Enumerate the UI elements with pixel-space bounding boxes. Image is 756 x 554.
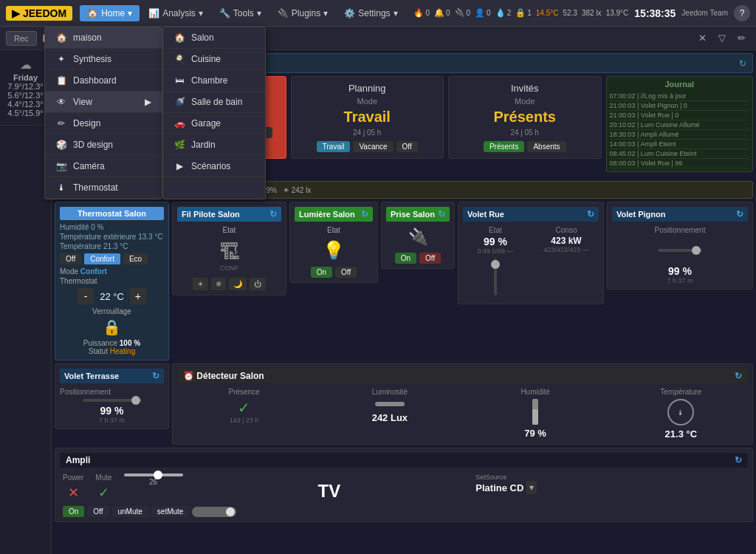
dropdown-3d[interactable]: 🎲 3D design	[45, 134, 162, 156]
prise-icon: 🔌	[386, 228, 450, 247]
volet-rue-header: Volet Rue ↻	[463, 207, 599, 222]
presence-check-icon: ✓	[177, 399, 311, 417]
submenu-salon[interactable]: 🏠 Salon	[163, 27, 265, 49]
prise-off-btn[interactable]: Off	[419, 253, 441, 264]
thermostat-mode-display: Mode Confort	[60, 267, 164, 276]
volet-rue-state-col: Etat 99 % 0:49.5/99 —	[463, 226, 528, 299]
planning-vacance-btn[interactable]: Vacance	[353, 141, 393, 152]
ampli-slider-col: 26	[124, 473, 183, 486]
design-icon: ✏	[55, 118, 67, 129]
lumiere-refresh[interactable]: ↻	[361, 209, 368, 219]
ampli-refresh[interactable]: ↻	[735, 455, 742, 465]
luminosite-bar	[375, 402, 405, 406]
journal-entry-3: 20:10:02 | Lum Cuisine Allumé	[610, 120, 750, 130]
dropdown-synthesis[interactable]: ✦ Synthesis	[45, 49, 162, 70]
therm-off-btn[interactable]: Off	[60, 253, 81, 264]
ampli-toggle-slider[interactable]	[192, 507, 236, 517]
source-dropdown-btn[interactable]: ▾	[526, 481, 537, 494]
volet-pignon-refresh[interactable]: ↻	[736, 209, 743, 219]
garage-sub-icon: 🚗	[173, 118, 185, 129]
journal-entry-5: 14:00:03 | Ampli Eteint	[610, 140, 750, 149]
nav-home[interactable]: 🏠 Home ▾	[80, 5, 140, 21]
lumiere-off-btn[interactable]: Off	[335, 267, 357, 278]
temp-gauge-icon: 🌡	[667, 399, 694, 425]
volet-pignon-card: Volet Pignon ↻ Positionnement 99 % 7 h 3…	[607, 202, 753, 290]
ampli-unmute-btn[interactable]: unMute	[112, 506, 148, 517]
humidity-gauge	[532, 399, 538, 425]
sdb-sub-icon: 🚿	[173, 97, 185, 107]
main-dropdown: 🏠 maison ✦ Synthesis 📋 Dashboard 👁 View …	[44, 27, 162, 199]
fil-btn4[interactable]: ⏻	[250, 278, 266, 290]
app-logo: ▶ JEEDOM	[6, 6, 72, 21]
nav-plugins[interactable]: 🔌 Plugins ▾	[270, 5, 335, 21]
toolbar-right: ✕ ▽ ✏	[694, 30, 750, 46]
fil-btn1[interactable]: ☀	[193, 278, 208, 290]
lumiere-on-btn[interactable]: On	[311, 267, 332, 278]
rec-button[interactable]: Rec	[6, 31, 37, 46]
volet-terrasse-refresh[interactable]: ↻	[152, 371, 159, 381]
fil-btn3[interactable]: 🌙	[229, 278, 247, 290]
journal-entry-0: 07:00:02 | //Log mis à jour	[610, 92, 750, 101]
help-button[interactable]: ?	[734, 5, 750, 21]
volet-terrasse-header: Volet Terrasse ↻	[60, 369, 164, 383]
edit-button[interactable]: ✏	[733, 30, 750, 46]
fil-refresh-icon[interactable]: ↻	[269, 209, 277, 219]
volet-rue-card: Volet Rue ↻ Etat 99 % 0:49.5/99 — Conso	[458, 202, 604, 304]
view-submenu: 🏠 Salon 🍳 Cuisine 🛏 Chambre 🚿 Salle de b…	[162, 27, 266, 199]
fil-header: Fil Pilote Salon ↻	[177, 207, 281, 222]
ampli-slider[interactable]	[124, 473, 183, 476]
invites-presents-btn[interactable]: Présents	[484, 141, 524, 152]
filter-button[interactable]: ✕	[694, 30, 711, 46]
dropdown-container: 🏠 maison ✦ Synthesis 📋 Dashboard 👁 View …	[44, 27, 266, 199]
synthesis-icon: ✦	[55, 54, 67, 64]
volet-rue-conso-col: Conso 423 kW 423/423/423 —	[534, 226, 599, 299]
dropdown-camera[interactable]: 📷 Caméra	[45, 156, 162, 177]
prise-buttons: On Off	[386, 253, 450, 264]
therm-minus-btn[interactable]: -	[78, 288, 94, 304]
therm-plus-btn[interactable]: +	[130, 288, 146, 304]
planning-off-btn[interactable]: Off	[396, 141, 418, 152]
nav-analysis[interactable]: 📊 Analysis ▾	[141, 5, 210, 21]
filter-icon[interactable]: ▽	[714, 30, 730, 46]
submenu-salle-de-bain[interactable]: 🚿 Salle de bain	[163, 92, 265, 113]
nav-tools[interactable]: 🔧 Tools ▾	[212, 5, 269, 21]
therm-confort-btn[interactable]: Confort	[84, 253, 120, 264]
detecteur-refresh[interactable]: ↻	[735, 371, 742, 381]
volet-rue-refresh[interactable]: ↻	[587, 209, 594, 219]
submenu-garage[interactable]: 🚗 Garage	[163, 113, 265, 134]
detect-temp-col: Température 🌡 21.3 °C	[614, 388, 748, 440]
therm-temp-display: 22 °C	[100, 291, 124, 302]
chevron-right-icon: ▶	[145, 97, 151, 107]
journal-entry-4: 18:30:03 | Ampli Allumé	[610, 130, 750, 140]
volet-pignon-header: Volet Pignon ↻	[612, 207, 748, 222]
submenu-jardin[interactable]: 🌿 Jardin	[163, 134, 265, 156]
journal-entry-6: 08:45:02 | Lum Cuisine Eteint	[610, 149, 750, 159]
therm-eco-btn[interactable]: Eco	[123, 253, 148, 264]
prise-on-btn[interactable]: On	[395, 253, 416, 264]
dropdown-maison[interactable]: 🏠 maison	[45, 27, 162, 49]
fil-btn2[interactable]: ❄	[211, 278, 226, 290]
maison-refresh-icon[interactable]: ↻	[739, 58, 746, 69]
thermostat-salon-card: Thermostat Salon Humidité 0 % Températur…	[55, 202, 169, 360]
ampli-on-btn[interactable]: On	[63, 506, 84, 517]
topnav-right: 🔥0 🔔0 🔌0 👤0 💧2 🔒1 14.5°C 52.3 382 lx 13.…	[413, 5, 750, 21]
weather-icon: ☁	[4, 58, 47, 72]
salon-sub-icon: 🏠	[173, 33, 185, 43]
submenu-chambre[interactable]: 🛏 Chambre	[163, 70, 265, 92]
invites-absents-btn[interactable]: Absents	[527, 141, 566, 152]
volet-pignon-slider	[658, 236, 702, 265]
planning-travail-btn[interactable]: Travail	[317, 141, 351, 152]
lumiere-state-label: Etat	[295, 226, 373, 234]
dropdown-thermostat[interactable]: 🌡 Thermostat	[45, 177, 162, 199]
nav-settings[interactable]: ⚙️ Settings ▾	[337, 5, 405, 21]
dropdown-design[interactable]: ✏ Design	[45, 113, 162, 134]
ampli-setmute-btn[interactable]: setMute	[151, 506, 190, 517]
submenu-scenarios[interactable]: ▶ Scénarios	[163, 156, 265, 177]
prise-salon-card: Prise Salon ↻ 🔌 On Off	[381, 202, 455, 269]
submenu-cuisine[interactable]: 🍳 Cuisine	[163, 49, 265, 70]
ampli-off-btn[interactable]: Off	[87, 506, 109, 517]
power-off-icon: ✕	[63, 485, 83, 501]
prise-refresh[interactable]: ↻	[438, 209, 445, 219]
dropdown-view[interactable]: 👁 View ▶	[45, 92, 162, 113]
dropdown-dashboard[interactable]: 📋 Dashboard	[45, 70, 162, 92]
